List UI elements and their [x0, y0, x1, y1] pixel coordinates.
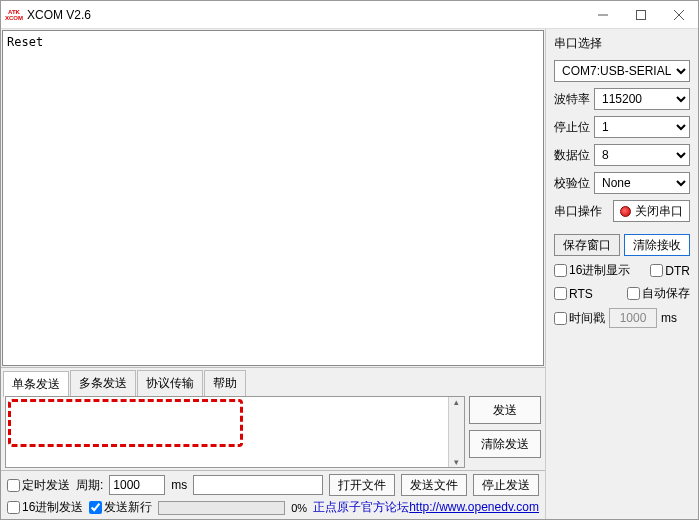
clear-send-button[interactable]: 清除发送 [469, 430, 541, 458]
app-logo-icon: ATKXCOM [5, 6, 23, 24]
maximize-button[interactable] [622, 1, 660, 29]
clear-receive-button[interactable]: 清除接收 [624, 234, 690, 256]
data-bits-select[interactable]: 8 [594, 144, 690, 166]
save-window-button[interactable]: 保存窗口 [554, 234, 620, 256]
hex-display-checkbox[interactable] [554, 264, 567, 277]
hex-send-checkbox[interactable] [7, 501, 20, 514]
baud-label: 波特率 [554, 91, 590, 108]
tab-protocol[interactable]: 协议传输 [137, 370, 203, 396]
file-path-input[interactable] [193, 475, 323, 495]
progress-bar [158, 501, 285, 515]
period-input[interactable] [109, 475, 165, 495]
send-file-button[interactable]: 发送文件 [401, 474, 467, 496]
tab-multi-send[interactable]: 多条发送 [70, 370, 136, 396]
title-bar: ATKXCOM XCOM V2.6 [1, 1, 698, 29]
baud-select[interactable]: 115200 [594, 88, 690, 110]
rts-checkbox[interactable] [554, 287, 567, 300]
open-file-button[interactable]: 打开文件 [329, 474, 395, 496]
send-button[interactable]: 发送 [469, 396, 541, 424]
toggle-port-button[interactable]: 关闭串口 [613, 200, 690, 222]
settings-panel: 串口选择 COM7:USB-SERIAL CH340 波特率 115200 停止… [546, 29, 698, 519]
hex-send-label: 16进制发送 [22, 499, 83, 516]
port-select[interactable]: COM7:USB-SERIAL CH340 [554, 60, 690, 82]
timestamp-checkbox[interactable] [554, 312, 567, 325]
close-button[interactable] [660, 1, 698, 29]
period-unit: ms [171, 478, 187, 492]
send-tabs: 单条发送 多条发送 协议传输 帮助 [1, 367, 545, 396]
send-scrollbar[interactable]: ▴▾ [448, 397, 464, 467]
svg-rect-1 [637, 10, 646, 19]
parity-select[interactable]: None [594, 172, 690, 194]
auto-save-label: 自动保存 [642, 285, 690, 302]
timed-send-checkbox[interactable] [7, 479, 20, 492]
period-label: 周期: [76, 477, 103, 494]
receive-textarea[interactable]: Reset [2, 30, 544, 366]
dtr-label: DTR [665, 264, 690, 278]
hex-display-label: 16进制显示 [569, 262, 630, 279]
port-section-label: 串口选择 [554, 35, 690, 52]
dtr-checkbox[interactable] [650, 264, 663, 277]
timestamp-unit: ms [661, 311, 677, 325]
auto-save-checkbox[interactable] [627, 287, 640, 300]
footer-link[interactable]: http://www.openedv.com [409, 500, 539, 514]
progress-percent: 0% [291, 502, 307, 514]
timed-send-label: 定时发送 [22, 477, 70, 494]
parity-label: 校验位 [554, 175, 590, 192]
send-newline-label: 发送新行 [104, 499, 152, 516]
rts-label: RTS [569, 287, 593, 301]
timestamp-input[interactable] [609, 308, 657, 328]
footer-text: 正点原子官方论坛 [313, 500, 409, 514]
toggle-port-label: 关闭串口 [635, 203, 683, 220]
tab-help[interactable]: 帮助 [204, 370, 246, 396]
port-led-icon [620, 206, 631, 217]
tab-single-send[interactable]: 单条发送 [3, 371, 69, 397]
timestamp-label: 时间戳 [569, 310, 605, 327]
port-op-label: 串口操作 [554, 203, 602, 220]
stop-bits-label: 停止位 [554, 119, 590, 136]
data-bits-label: 数据位 [554, 147, 590, 164]
stop-send-button[interactable]: 停止发送 [473, 474, 539, 496]
send-newline-checkbox[interactable] [89, 501, 102, 514]
window-title: XCOM V2.6 [27, 8, 584, 22]
minimize-button[interactable] [584, 1, 622, 29]
send-textarea[interactable] [6, 397, 448, 467]
stop-bits-select[interactable]: 1 [594, 116, 690, 138]
